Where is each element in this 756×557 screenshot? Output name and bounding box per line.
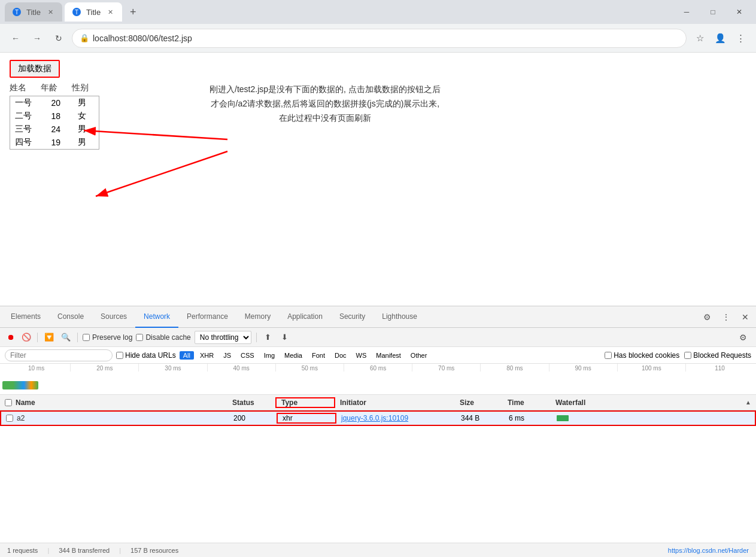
tab-sources[interactable]: Sources (92, 306, 135, 328)
menu-button[interactable]: ⋮ (732, 30, 749, 47)
devtools-actions: ⚙ ⋮ ✕ (699, 309, 754, 325)
blocked-cookies-checkbox[interactable]: Has blocked cookies (605, 351, 679, 360)
tab-performance[interactable]: Performance (178, 306, 236, 328)
upload-icon-button[interactable]: ⬆ (262, 331, 275, 344)
search-icon-button[interactable]: 🔍 (59, 331, 72, 344)
toolbar-separator-3 (256, 333, 257, 342)
mark-80ms: 80 ms (480, 364, 548, 372)
tab-1-favicon: T (12, 7, 22, 17)
preserve-log-checkbox[interactable]: Preserve log (83, 333, 132, 342)
filter-tag-xhr[interactable]: XHR (196, 351, 217, 360)
table-row: 一号 20 男 (10, 96, 99, 110)
row-waterfall-a2 (552, 415, 755, 421)
blocked-requests-input[interactable] (684, 352, 691, 359)
filter-icon-button[interactable]: 🔽 (42, 331, 56, 344)
devtools-close-button[interactable]: ✕ (737, 309, 754, 325)
col-header-time[interactable]: Time (503, 398, 551, 407)
filter-tag-img[interactable]: Img (260, 351, 278, 360)
clear-button[interactable]: 🚫 (20, 331, 32, 343)
devtools-panel: Elements Console Sources Network Perform… (0, 306, 756, 557)
filter-tag-js[interactable]: JS (220, 351, 235, 360)
blocked-cookies-input[interactable] (605, 352, 612, 359)
new-tab-button[interactable]: + (125, 4, 141, 20)
record-button[interactable]: ⏺ (5, 331, 17, 343)
url-bar[interactable]: 🔒 localhost:8080/06/test2.jsp (72, 29, 687, 48)
tab-lighthouse[interactable]: Lighthouse (374, 306, 426, 328)
tab-memory[interactable]: Memory (236, 306, 279, 328)
disable-cache-input[interactable] (136, 334, 143, 341)
minimize-button[interactable]: ─ (675, 4, 699, 20)
cell-name-3: 三号 (10, 123, 47, 136)
forward-button[interactable]: → (29, 30, 45, 47)
devtools-settings-button[interactable]: ⚙ (699, 309, 715, 325)
disable-cache-checkbox[interactable]: Disable cache (136, 333, 190, 342)
cell-gender-2: 女 (73, 109, 99, 123)
back-button[interactable]: ← (7, 30, 24, 47)
load-data-button[interactable]: 加载数据 (10, 60, 60, 78)
page-content: 加载数据 姓名 年龄 性别 一号 20 男 二号 (0, 53, 756, 306)
col-header-waterfall[interactable]: Waterfall ▲ (551, 398, 756, 407)
filter-tag-font[interactable]: Font (308, 351, 329, 360)
tab-application[interactable]: Application (279, 306, 331, 328)
refresh-button[interactable]: ↻ (50, 30, 67, 47)
filter-input[interactable] (5, 349, 113, 361)
filter-tag-media[interactable]: Media (281, 351, 306, 360)
col-age-header: 年龄 (41, 83, 57, 93)
address-actions: ☆ 👤 ⋮ (691, 30, 749, 47)
mark-70ms: 70 ms (412, 364, 480, 372)
tab-2-close[interactable]: ✕ (105, 7, 115, 17)
hide-data-urls-checkbox[interactable]: Hide data URLs (116, 351, 176, 360)
tab-console[interactable]: Console (49, 306, 92, 328)
col-header-status[interactable]: Status (227, 398, 275, 407)
bookmark-button[interactable]: ☆ (691, 30, 708, 47)
select-all-checkbox[interactable] (5, 399, 12, 406)
row-initiator-a2[interactable]: jquery-3.6.0.js:10109 (336, 414, 456, 422)
tab-2-label: Title (86, 8, 101, 17)
blocked-requests-label: Blocked Requests (693, 351, 751, 360)
filter-tag-css[interactable]: CSS (237, 351, 258, 360)
filter-tag-manifest[interactable]: Manifest (372, 351, 405, 360)
profile-button[interactable]: 👤 (712, 30, 728, 47)
svg-line-6 (96, 151, 227, 196)
mark-30ms: 30 ms (138, 364, 207, 372)
col-header-size[interactable]: Size (455, 398, 503, 407)
tab-elements[interactable]: Elements (2, 306, 49, 328)
network-row-a2[interactable]: a2 200 xhr jquery-3.6.0.js:10109 344 B 6… (0, 410, 756, 426)
devtools-more-button[interactable]: ⋮ (718, 309, 734, 325)
cell-age-3: 24 (46, 123, 73, 136)
devtools-tab-bar: Elements Console Sources Network Perform… (0, 306, 756, 328)
blocked-requests-checkbox[interactable]: Blocked Requests (684, 351, 751, 360)
filter-tag-other[interactable]: Other (407, 351, 431, 360)
address-bar: ← → ↻ 🔒 localhost:8080/06/test2.jsp ☆ 👤 … (0, 24, 756, 53)
svg-text:T: T (15, 9, 19, 16)
col-header-name[interactable]: Name (0, 398, 227, 407)
tab-1[interactable]: T Title ✕ (5, 2, 62, 22)
col-header-type[interactable]: Type (275, 397, 335, 408)
download-icon-button[interactable]: ⬇ (278, 331, 292, 344)
tab-security[interactable]: Security (331, 306, 374, 328)
filter-tag-ws[interactable]: WS (353, 351, 371, 360)
csdn-link[interactable]: https://blog.csdn.net/Harder (668, 547, 749, 554)
status-bar: 1 requests | 344 B transferred | 157 B r… (0, 543, 756, 557)
cell-gender-1: 男 (73, 96, 99, 110)
filter-tag-all[interactable]: All (180, 351, 194, 360)
tab-1-close[interactable]: ✕ (45, 7, 55, 17)
tab-2[interactable]: T Title ✕ (65, 2, 122, 22)
preserve-log-input[interactable] (83, 334, 90, 341)
cell-age-4: 19 (46, 136, 73, 150)
sep-2: | (119, 547, 121, 554)
mark-100ms: 100 ms (617, 364, 685, 372)
maximize-button[interactable]: □ (701, 4, 725, 20)
mark-20ms: 20 ms (70, 364, 138, 372)
hide-data-urls-input[interactable] (116, 352, 123, 359)
row-time-a2: 6 ms (504, 414, 552, 422)
col-header-initiator[interactable]: Initiator (335, 398, 455, 407)
settings-gear-button[interactable]: ⚙ (734, 329, 751, 346)
throttling-select[interactable]: No throttling Fast 3G Slow 3G (195, 331, 251, 344)
timeline-area: 10 ms 20 ms 30 ms 40 ms 50 ms 60 ms 70 m… (0, 364, 756, 395)
filter-tag-doc[interactable]: Doc (331, 351, 350, 360)
tab-network[interactable]: Network (135, 306, 178, 328)
close-button[interactable]: ✕ (727, 4, 751, 20)
row-checkbox-a2[interactable] (6, 415, 13, 422)
mark-40ms: 40 ms (207, 364, 275, 372)
